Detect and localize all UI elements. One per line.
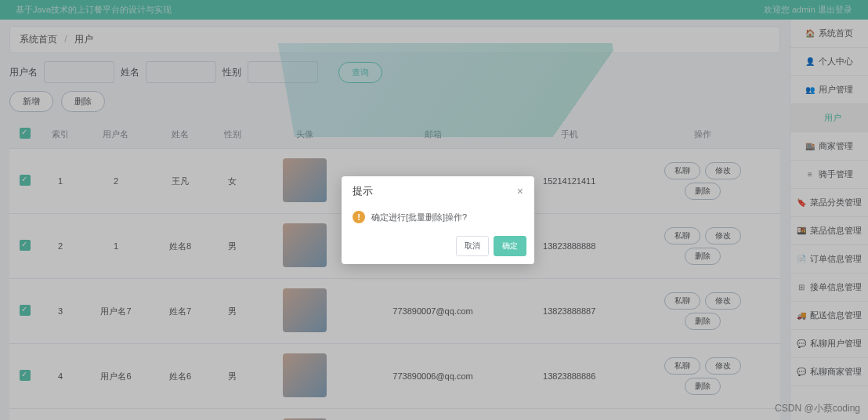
dialog-message: 确定进行[批量删除]操作? — [371, 212, 467, 223]
watermark: CSDN @小蔡coding — [775, 402, 860, 415]
close-icon[interactable]: × — [517, 185, 523, 197]
dialog-title: 提示 — [353, 184, 373, 198]
confirm-dialog: 提示 × ! 确定进行[批量删除]操作? 取消 确定 — [342, 176, 534, 264]
warning-icon: ! — [353, 211, 365, 223]
cancel-button[interactable]: 取消 — [456, 236, 489, 256]
confirm-button[interactable]: 确定 — [494, 236, 526, 256]
